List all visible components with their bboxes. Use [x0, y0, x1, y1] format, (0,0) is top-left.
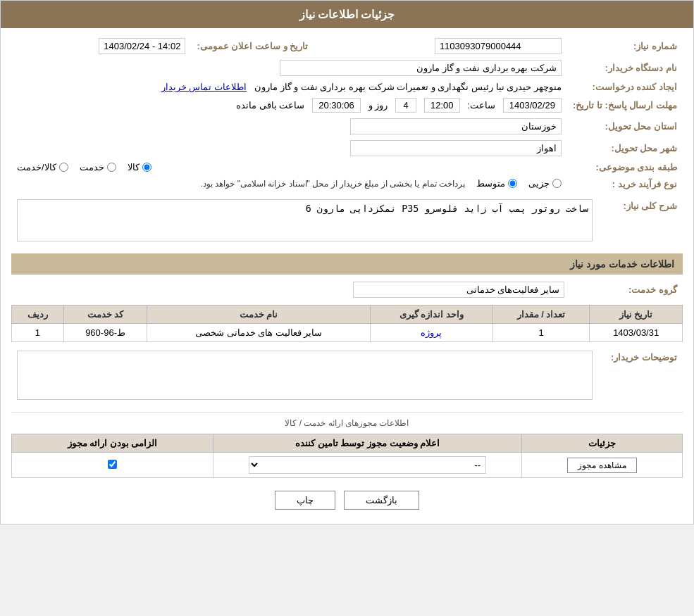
- khadamat-title: اطلاعات خدمات مورد نیاز: [570, 258, 674, 270]
- perm-elzami-cell: [12, 453, 213, 478]
- noeFarayand-radio-jozi[interactable]: [552, 179, 562, 188]
- info-table: شماره نیاز: 1103093079000444 تاریخ و ساع…: [11, 35, 683, 193]
- sharh-value-cell: [11, 196, 598, 246]
- ijadKonnande-label: ایجاد کننده درخواست:: [567, 79, 683, 95]
- tosif-value-cell: [11, 348, 598, 405]
- bottom-link-text: اطلاعات مجوزهای ارائه خدمت / کالا: [285, 418, 409, 428]
- tabaqe-label: طبقه بندی موضوعی:: [567, 159, 683, 175]
- namDastgah-label: نام دستگاه خریدار:: [567, 57, 683, 79]
- khadamat-header: اطلاعات خدمات مورد نیاز: [11, 253, 683, 275]
- bottom-link: اطلاعات مجوزهای ارائه خدمت / کالا: [11, 418, 683, 428]
- tabaqe-option-khedmat[interactable]: خدمت: [80, 162, 116, 172]
- shomareNiaz-value: 1103093079000444: [314, 35, 567, 57]
- perm-elzami-checkbox[interactable]: [108, 460, 117, 469]
- shomareNiaz-box: 1103093079000444: [435, 38, 562, 54]
- noeFarayand-radio-group: پرداخت تمام یا بخشی از مبلغ خریدار از مح…: [201, 178, 562, 189]
- tamas-kharidad-link[interactable]: اطلاعات تماس خریدار: [161, 82, 247, 92]
- noeFarayand-row: پرداخت تمام یا بخشی از مبلغ خریدار از مح…: [11, 175, 567, 193]
- page-title: جزئیات اطلاعات نیاز: [299, 8, 395, 20]
- ostan-value: خوزستان: [11, 115, 567, 137]
- tarikhErsal-row: 1403/02/29 ساعت: 12:00 4 روز و 20:30:06 …: [11, 95, 567, 115]
- perm-table-row: مشاهده مجوز --: [12, 453, 683, 478]
- tabaqe-label-khedmat: خدمت: [80, 162, 104, 172]
- tabaqe-radio-group: کالا/خدمت خدمت کالا: [17, 162, 562, 172]
- cell-kodKhedmat: ط-96-960: [63, 324, 147, 342]
- tabaqe-radio-khedmat[interactable]: [107, 163, 116, 172]
- ostan-box: خوزستان: [350, 118, 562, 134]
- tarikhAelan-label: تاریخ و ساعت اعلان عمومی:: [191, 35, 314, 57]
- sharh-label: شرح کلی نیاز:: [598, 196, 683, 246]
- perm-table: جزئیات اعلام وضعیت مجوز توسط تامین کننده…: [11, 434, 683, 478]
- col-namKhedmat: نام خدمت: [147, 306, 371, 324]
- ijad-text: منوچهر حیدری نیا رئیس نگهداری و تعمیرات …: [254, 82, 562, 92]
- cell-tarikhNiaz: 1403/03/31: [590, 324, 683, 342]
- col-tedadMeghdar: تعداد / مقدار: [492, 306, 590, 324]
- noeFarayand-label: نوع فرآیند خرید :: [567, 175, 683, 193]
- cell-namKhedmat: سایر فعالیت های خدماتی شخصی: [147, 324, 371, 342]
- tabaqe-radio-kala[interactable]: [142, 163, 151, 172]
- services-table: تاریخ نیاز تعداد / مقدار واحد اندازه گیر…: [11, 305, 683, 342]
- col-tarikhNiaz: تاریخ نیاز: [590, 306, 683, 324]
- back-button[interactable]: بازگشت: [344, 491, 419, 510]
- col-radif: ردیف: [12, 306, 64, 324]
- tarikhAelan-value: 1403/02/24 - 14:02: [11, 35, 191, 57]
- rooz-value: 4: [395, 98, 416, 113]
- table-row: 1403/03/31 1 پروژه سایر فعالیت های خدمات…: [12, 324, 683, 342]
- noeFarayand-text: پرداخت تمام یا بخشی از مبلغ خریدار از مح…: [201, 179, 465, 189]
- col-elzami: الزامی بودن ارائه مجوز: [12, 434, 213, 453]
- ijadKonnande-value: منوچهر حیدری نیا رئیس نگهداری و تعمیرات …: [11, 79, 567, 95]
- namDastgah-value: شرکت بهره برداری نفت و گاز مارون: [11, 57, 567, 79]
- cell-tedad: 1: [492, 324, 590, 342]
- tarikhAelan-box: 1403/02/24 - 14:02: [99, 38, 185, 54]
- col-aelam: اعلام وضعیت مجوز توسط تامین کننده: [213, 434, 521, 453]
- page-wrapper: جزئیات اطلاعات نیاز شماره نیاز: 11030930…: [0, 0, 694, 524]
- tabaqe-label-kala: کالا: [128, 162, 140, 172]
- tarikhErsal-date: 1403/02/29: [503, 98, 562, 113]
- tabaqe-option-kala_khedmat[interactable]: کالا/خدمت: [17, 162, 68, 172]
- tosif-label: توضیحات خریدار:: [598, 348, 683, 405]
- tabaqe-label-kala_khedmat: کالا/خدمت: [17, 162, 56, 172]
- view-permit-button[interactable]: مشاهده مجوز: [567, 458, 636, 473]
- shahr-box: اهواز: [350, 140, 562, 156]
- noeFarayand-option-jozi[interactable]: جزیی: [528, 178, 562, 189]
- col-kodKhedmat: کد خدمت: [63, 306, 147, 324]
- cell-radif: 1: [12, 324, 64, 342]
- bottom-section: اطلاعات مجوزهای ارائه خدمت / کالا جزئیات…: [11, 412, 683, 478]
- shomareNiaz-label: شماره نیاز:: [567, 35, 683, 57]
- print-button[interactable]: چاپ: [275, 491, 335, 510]
- button-bar: بازگشت چاپ: [11, 491, 683, 510]
- col-vahadAndaze: واحد اندازه گیری: [371, 306, 493, 324]
- rooz-label: روز و: [368, 100, 388, 111]
- goroheKhedmat-box: سایر فعالیت‌های خدماتی: [353, 282, 564, 298]
- perm-aelam-select[interactable]: --: [249, 456, 486, 474]
- sharh-textarea[interactable]: [17, 199, 593, 241]
- saat-label: ساعت:: [467, 100, 495, 111]
- noeFarayand-label-jozi: جزیی: [528, 178, 550, 189]
- cell-vahad: پروژه: [371, 324, 493, 342]
- sharh-table: شرح کلی نیاز:: [11, 196, 683, 246]
- ostan-label: استان محل تحویل:: [567, 115, 683, 137]
- col-joziat: جزئیات: [522, 434, 683, 453]
- content-area: شماره نیاز: 1103093079000444 تاریخ و ساع…: [1, 28, 693, 524]
- tabaqe-radio-kala_khedmat[interactable]: [59, 163, 68, 172]
- baghimande-label: ساعت باقی مانده: [236, 100, 304, 111]
- saat-value: 12:00: [424, 98, 460, 113]
- goroheKhedmat-label: گروه خدمت:: [570, 279, 683, 301]
- noeFarayand-option-motevaset[interactable]: متوسط: [476, 178, 517, 189]
- shahr-label: شهر محل تحویل:: [567, 137, 683, 159]
- tabaqe-option-kala[interactable]: کالا: [128, 162, 151, 172]
- goroheKhedmat-value: سایر فعالیت‌های خدماتی: [11, 279, 570, 301]
- perm-aelam-cell: --: [213, 453, 521, 478]
- page-header: جزئیات اطلاعات نیاز: [1, 1, 693, 28]
- tosif-table: توضیحات خریدار:: [11, 348, 683, 405]
- namDastgah-box: شرکت بهره برداری نفت و گاز مارون: [280, 60, 562, 76]
- tarikhErsal-label: مهلت ارسال پاسخ: تا تاریخ:: [567, 95, 683, 115]
- tosif-textarea[interactable]: [17, 351, 593, 400]
- tabaqe-options: کالا/خدمت خدمت کالا: [11, 159, 567, 175]
- baghimande-value: 20:30:06: [312, 98, 361, 113]
- perm-joziat-cell: مشاهده مجوز: [522, 453, 683, 478]
- noeFarayand-radio-motevaset[interactable]: [508, 179, 517, 188]
- noeFarayand-label-motevaset: متوسط: [476, 178, 505, 189]
- gorohe-table: گروه خدمت: سایر فعالیت‌های خدماتی: [11, 279, 683, 301]
- shahr-value: اهواز: [11, 137, 567, 159]
